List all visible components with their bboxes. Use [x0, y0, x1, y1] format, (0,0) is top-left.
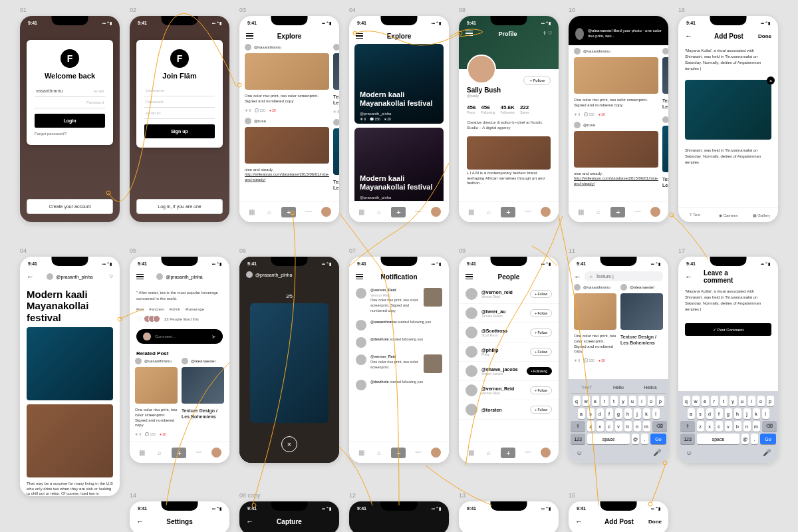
people-row[interactable]: @vernon_ReidVernon Reid+ Follow: [459, 381, 559, 400]
key[interactable]: t: [610, 396, 618, 406]
menu-icon[interactable]: [356, 33, 363, 39]
profile-avatar-icon[interactable]: [211, 448, 221, 458]
key[interactable]: w: [583, 396, 590, 406]
key[interactable]: s: [587, 408, 595, 419]
num-key[interactable]: 123: [571, 434, 585, 444]
analytics-icon[interactable]: 〰: [194, 448, 203, 458]
key[interactable]: h: [734, 408, 741, 419]
notification-item[interactable]: @devihole started following you: [349, 334, 449, 351]
key[interactable]: s: [697, 408, 704, 419]
follow-button[interactable]: + Follow: [530, 309, 552, 317]
grid-icon[interactable]: ▦: [247, 207, 257, 217]
login-button[interactable]: Login: [35, 114, 105, 128]
follow-button[interactable]: + Follow: [530, 406, 552, 414]
suggestion[interactable]: Hello: [602, 382, 634, 393]
heart-icon[interactable]: ♡: [109, 274, 113, 279]
key[interactable]: q: [573, 396, 581, 406]
attached-image[interactable]: ×: [685, 80, 771, 140]
add-button[interactable]: +: [610, 207, 625, 217]
password-input[interactable]: Password: [144, 96, 215, 108]
gallery-option[interactable]: ▦ Gallery: [745, 208, 778, 222]
user-chip[interactable]: @aleanaestel: [333, 44, 339, 51]
people-row[interactable]: @torsten+ Follow: [459, 400, 559, 420]
profile-avatar-icon[interactable]: [321, 207, 331, 217]
handle[interactable]: @prasanth_pinha: [56, 275, 92, 279]
key[interactable]: o: [648, 396, 655, 406]
follow-button[interactable]: + Follow: [530, 386, 552, 394]
camera-option[interactable]: ◉ Camera: [712, 208, 745, 222]
shift-key[interactable]: ⇧: [571, 421, 585, 432]
back-icon[interactable]: [27, 273, 34, 281]
user-chip[interactable]: @rosa: [245, 118, 329, 124]
search-icon[interactable]: ⌕: [484, 448, 493, 458]
detail-image[interactable]: [27, 404, 113, 477]
people-row[interactable]: @vernon_reidVernon Reid+ Follow: [459, 285, 559, 304]
grid-icon[interactable]: ▦: [357, 207, 366, 217]
handle[interactable]: @prasanth_pinha: [255, 273, 292, 277]
follow-button[interactable]: + Follow: [530, 329, 552, 336]
profile-avatar-icon[interactable]: [650, 207, 660, 217]
send-icon[interactable]: ➤: [211, 334, 216, 340]
login-link[interactable]: Log in, if you are one: [136, 199, 223, 214]
key[interactable]: i: [638, 396, 646, 406]
key[interactable]: p: [657, 396, 664, 406]
key[interactable]: f: [716, 408, 723, 419]
hero-post[interactable]: Modern kaali Mayanakollai festival @pras…: [354, 44, 444, 124]
notification-item[interactable]: @devihole started following you: [349, 376, 449, 394]
menu-icon[interactable]: [466, 31, 473, 37]
tag[interactable]: #tea: [136, 307, 144, 311]
analytics-icon[interactable]: 〰: [414, 448, 423, 458]
add-button[interactable]: +: [391, 207, 406, 217]
key[interactable]: x: [597, 421, 604, 432]
follow-button[interactable]: + Follow: [530, 348, 552, 356]
notification-item[interactable]: @vasanthramu started following you: [349, 317, 449, 334]
search-icon[interactable]: ⌕: [155, 448, 164, 458]
shift-key[interactable]: ⇧: [680, 421, 695, 432]
menu-icon[interactable]: [246, 33, 253, 39]
key[interactable]: c: [716, 421, 723, 432]
analytics-icon[interactable]: 〰: [414, 207, 423, 217]
password-input[interactable]: Password: [35, 97, 105, 108]
hero-post[interactable]: Modern kaali Mayanakollai festival @pras…: [354, 128, 444, 207]
post-thumb[interactable]: [662, 126, 668, 172]
detail-image[interactable]: [27, 327, 113, 400]
done-button[interactable]: Done: [648, 519, 662, 525]
post-thumb[interactable]: [245, 127, 329, 164]
tag[interactable]: #ancient: [149, 307, 164, 311]
post-thumb[interactable]: [333, 53, 339, 90]
back-icon[interactable]: [575, 517, 583, 525]
post-thumb[interactable]: [574, 57, 658, 94]
key[interactable]: g: [615, 408, 622, 419]
profile-post[interactable]: [467, 136, 551, 170]
back-icon[interactable]: [685, 273, 692, 281]
follow-button[interactable]: + Follow: [530, 290, 552, 298]
key[interactable]: e: [702, 396, 709, 406]
signup-button[interactable]: Sign up: [144, 124, 215, 138]
forgot-password-link[interactable]: Forgot password?: [35, 132, 105, 136]
key[interactable]: l: [652, 408, 660, 419]
menu-icon[interactable]: [466, 274, 473, 279]
profile-avatar-icon[interactable]: [431, 448, 441, 458]
key[interactable]: h: [624, 408, 632, 419]
at-key[interactable]: @: [632, 434, 639, 444]
key[interactable]: f: [606, 408, 613, 419]
key[interactable]: e: [592, 396, 599, 406]
user-chip[interactable]: @vasanthramu: [574, 48, 658, 55]
username-input[interactable]: Username: [144, 85, 215, 96]
heart-icon[interactable]: ♡: [136, 315, 142, 323]
notification-item[interactable]: @vernon_ReidOne color riso print, two co…: [349, 351, 449, 376]
remove-image-icon[interactable]: ×: [767, 76, 775, 84]
share-icon[interactable]: ⇪: [543, 31, 547, 35]
compose-text[interactable]: 'Mayana Kollai', a ritual associated wit…: [678, 44, 778, 76]
add-button[interactable]: +: [281, 207, 296, 217]
key[interactable]: t: [720, 396, 728, 406]
key[interactable]: z: [587, 421, 595, 432]
create-account-button[interactable]: Create your account: [27, 199, 113, 214]
url-link[interactable]: http://willeatyou.com/database/2015/06/0…: [245, 172, 329, 182]
key[interactable]: m: [753, 421, 760, 432]
email-input[interactable]: Email ID: [144, 108, 215, 119]
tag[interactable]: #beverage: [186, 307, 204, 311]
back-icon[interactable]: [685, 32, 692, 40]
at-key[interactable]: @: [741, 434, 749, 444]
num-key[interactable]: 123: [680, 434, 695, 444]
